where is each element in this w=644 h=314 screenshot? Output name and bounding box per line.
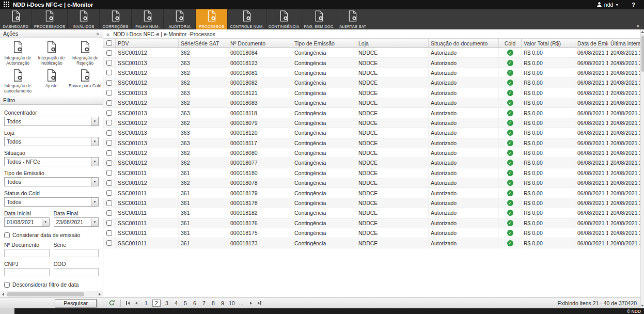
row-checkbox[interactable] — [106, 190, 112, 196]
row-checkbox[interactable] — [106, 90, 112, 96]
considerar-data-emissao-checkbox[interactable] — [4, 232, 10, 238]
status-cold-select[interactable]: Todos ▼ — [4, 197, 99, 207]
table-row[interactable]: SSC001012 362 000018082 Contingência NDD… — [103, 78, 640, 88]
ribbon-tab-dashboard[interactable]: DASHBOARD — [0, 9, 32, 29]
row-checkbox[interactable] — [106, 180, 112, 186]
table-row[interactable]: SSC001012 362 000018081 Contingência NDD… — [103, 68, 640, 78]
ribbon-tab-alertas-sat[interactable]: ALERTAS SAT — [337, 9, 369, 29]
row-checkbox[interactable] — [106, 140, 112, 146]
dropdown-arrow-icon[interactable]: ▼ — [91, 158, 98, 166]
scroll-left-arrow[interactable] — [0, 293, 6, 296]
loja-select[interactable]: Todos ▼ — [4, 137, 99, 146]
user-menu[interactable]: ndd ▼ — [596, 2, 619, 8]
page-number[interactable]: 4 — [173, 300, 179, 306]
action-integracao-de-cancelamento[interactable]: Integração de cancelamento — [1, 69, 35, 96]
row-checkbox[interactable] — [106, 160, 112, 166]
column-header-situacao[interactable]: Situação do documento — [429, 39, 499, 48]
action-ajuste[interactable]: Ajuste — [35, 69, 68, 96]
action-integracao-de-inutilizacao[interactable]: Integração de Inutilização — [35, 41, 68, 67]
table-row[interactable]: SSC001011 361 000018179 Contingência NDD… — [103, 188, 640, 198]
dropdown-arrow-icon[interactable]: ▼ — [42, 218, 49, 226]
row-checkbox[interactable] — [106, 100, 112, 106]
collapse-sidebar-icon[interactable]: « — [106, 31, 109, 37]
row-checkbox[interactable] — [106, 240, 112, 246]
cnpj-input[interactable] — [4, 268, 50, 276]
situacao-select[interactable]: Todos - NFCe ▼ — [4, 157, 99, 166]
scroll-up-arrow[interactable] — [641, 29, 644, 35]
action-integracao-de-autorizacao[interactable]: Integração de Autorização — [1, 41, 35, 67]
row-checkbox[interactable] — [106, 150, 112, 156]
page-number[interactable]: 2 — [152, 300, 161, 307]
ribbon-tab-contingencia[interactable]: CONTINGÊNCIA — [266, 9, 302, 29]
ribbon-tab-auditoria[interactable]: AUDITORIA — [164, 9, 196, 29]
column-header-loja[interactable]: Loja — [356, 39, 429, 48]
row-checkbox[interactable] — [106, 80, 112, 86]
num-documento-input[interactable] — [4, 249, 50, 257]
row-checkbox[interactable] — [106, 60, 112, 66]
collapse-actions-icon[interactable]: « — [96, 32, 101, 35]
table-row[interactable]: SSC001012 362 000018077 Contingência NDD… — [103, 158, 640, 168]
table-row[interactable]: SSC001012 362 000018079 Contingência NDD… — [103, 118, 640, 128]
scroll-right-arrow[interactable] — [97, 293, 103, 296]
collapse-ribbon-icon[interactable]: « — [636, 25, 641, 28]
page-number[interactable]: 7 — [201, 300, 207, 306]
page-number[interactable]: 8 — [210, 300, 216, 306]
row-checkbox[interactable] — [106, 230, 112, 236]
table-row[interactable]: SSC001011 361 000018182 Contingência NDD… — [103, 208, 640, 218]
column-header-valor-total[interactable]: Valor Total (R$) — [522, 39, 575, 48]
dropdown-arrow-icon[interactable]: ▼ — [91, 117, 98, 125]
page-number[interactable]: 5 — [182, 300, 189, 306]
ribbon-tab-falha-num[interactable]: FALHA NUM. — [132, 9, 164, 29]
ribbon-tab-correcoes[interactable]: CORREÇÕES — [100, 9, 132, 29]
sidebar-horizontal-scrollbar[interactable] — [0, 291, 103, 297]
table-row[interactable]: SSC001013 363 000018120 Contingência NDD… — [103, 128, 640, 138]
table-row[interactable]: SSC001011 361 000018173 Contingência NDD… — [103, 238, 640, 248]
next-page-button[interactable] — [248, 301, 254, 306]
action-integracao-de-rejeicao[interactable]: Integração de Rejeição — [68, 41, 102, 67]
row-checkbox[interactable] — [106, 120, 112, 125]
column-header-cold[interactable]: Cold — [499, 39, 522, 48]
ribbon-tab-processados[interactable]: PROCESSADOS — [32, 9, 68, 29]
last-page-button[interactable] — [256, 300, 263, 306]
desconsiderar-filtro-row[interactable]: Desconsiderar filtro de data — [4, 281, 99, 288]
page-number[interactable]: 1 — [143, 300, 149, 306]
scroll-down-arrow[interactable] — [641, 303, 644, 308]
tipo-emissao-select[interactable]: Todos ▼ — [4, 177, 99, 186]
page-number[interactable]: 3 — [164, 300, 170, 306]
dropdown-arrow-icon[interactable]: ▼ — [91, 198, 98, 206]
table-row[interactable]: SSC001012 362 000018083 Contingência NDD… — [103, 98, 640, 108]
column-header-pdv[interactable]: PDV — [116, 39, 179, 48]
row-checkbox[interactable] — [106, 210, 112, 216]
ribbon-tab-pag-sem-doc[interactable]: PAG. SEM DOC. — [302, 9, 337, 29]
scrollbar-thumb[interactable] — [7, 292, 84, 296]
row-checkbox[interactable] — [106, 130, 112, 136]
app-grid-icon[interactable] — [4, 0, 9, 9]
table-row[interactable]: SSC001013 363 000018117 Contingência NDD… — [103, 138, 640, 148]
dropdown-arrow-icon[interactable]: ▼ — [91, 178, 98, 186]
page-number[interactable]: 9 — [219, 300, 226, 306]
table-row[interactable]: SSC001013 363 000018121 Contingência NDD… — [103, 88, 640, 98]
ribbon-tab-invalidos[interactable]: INVÁLIDOS — [68, 9, 100, 29]
table-row[interactable]: SSC001011 361 000018175 Contingência NDD… — [103, 228, 640, 238]
prev-page-button[interactable] — [134, 301, 139, 306]
desconsiderar-filtro-checkbox[interactable] — [4, 282, 10, 288]
column-header-tipo-emissao[interactable]: Tipo de Emissão — [292, 39, 356, 48]
row-checkbox[interactable] — [106, 170, 112, 176]
concentrador-select[interactable]: Todos ▼ — [4, 117, 99, 126]
table-row[interactable]: SSC001012 362 000018084 Contingência NDD… — [103, 48, 640, 58]
first-page-button[interactable] — [124, 300, 131, 306]
table-row[interactable]: SSC001013 363 000018118 Contingência NDD… — [103, 108, 640, 118]
considerar-data-emissao-row[interactable]: Considerar data de emissão — [4, 232, 99, 238]
row-checkbox[interactable] — [106, 110, 112, 116]
dropdown-arrow-icon[interactable]: ▼ — [91, 218, 98, 226]
action-enviar-para-cold[interactable]: Enviar para Cold — [68, 69, 102, 96]
select-all-checkbox[interactable] — [106, 40, 112, 46]
column-header-serie-sat[interactable]: Série/Série SAT — [179, 39, 228, 48]
serie-input[interactable] — [54, 249, 99, 257]
table-row[interactable]: SSC001013 363 000018123 Contingência NDD… — [103, 58, 640, 68]
row-checkbox[interactable] — [106, 50, 112, 56]
ribbon-tab-processos[interactable]: PROCESSOS — [196, 9, 228, 29]
coo-input[interactable] — [54, 268, 99, 276]
table-row[interactable]: SSC001011 361 000018176 Contingência NDD… — [103, 218, 640, 228]
dropdown-arrow-icon[interactable]: ▼ — [91, 137, 98, 146]
